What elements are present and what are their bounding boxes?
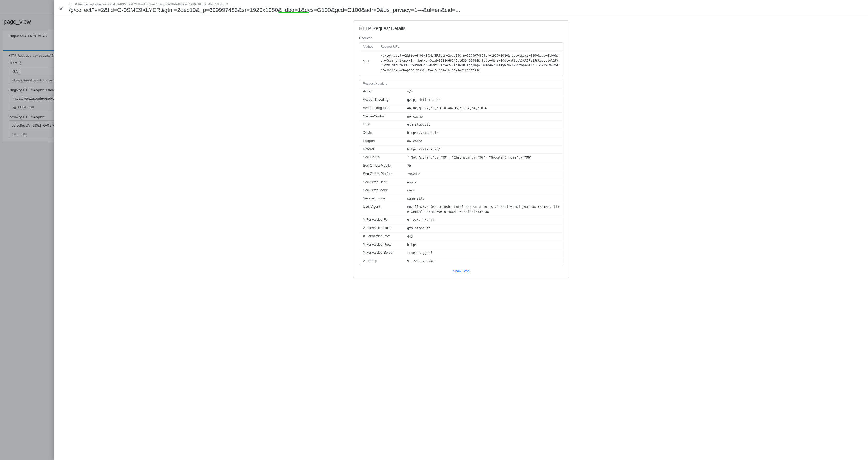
http-request-details-card: HTTP Request Details Request Method Requ…: [353, 21, 569, 278]
header-row: User-AgentMozilla/5.0 (Macintosh; Intel …: [359, 203, 563, 216]
header-value: traefik-jgnh5: [407, 251, 559, 255]
header-key: Origin: [363, 131, 407, 134]
header-key: Accept-Encoding: [363, 98, 407, 102]
request-table: Method Request URL GET /g/collect?v=2&ti…: [359, 42, 563, 76]
header-key: Pragma: [363, 139, 407, 143]
header-key: Accept-Language: [363, 106, 407, 110]
header-value: no-cache: [407, 114, 559, 119]
header-key: X-Forwarded-Server: [363, 251, 407, 254]
header-value: gtm.stape.io: [407, 122, 559, 127]
header-key: Sec-Fetch-Dest: [363, 180, 407, 184]
header-value: "macOS": [407, 172, 559, 177]
header-key: Host: [363, 122, 407, 126]
header-value: */*: [407, 89, 559, 94]
request-url: /g/collect?v=2&tid=G-0SME9XLYER&gtm=2oec…: [381, 53, 559, 72]
highlight-underline: [278, 12, 309, 13]
header-key: Sec-Ch-Ua-Mobile: [363, 163, 407, 167]
header-value: 91.225.123.248: [407, 218, 559, 223]
drawer-header: HTTP Request /g/collect?v=2&tid=G-0SME9X…: [55, 0, 868, 16]
drawer-title: /g/collect?v=2&tid=G-0SME9XLYER&gtm=2oec…: [69, 7, 865, 13]
header-row: X-Forwarded-Servertraefik-jgnh5: [359, 249, 563, 257]
header-value: Mozilla/5.0 (Macintosh; Intel Mac OS X 1…: [407, 205, 559, 215]
header-key: X-Forwarded-Host: [363, 226, 407, 230]
header-row: X-Forwarded-Hostgtm.stape.io: [359, 224, 563, 232]
header-row: Sec-Fetch-Destempty: [359, 178, 563, 187]
header-key: Sec-Ch-Ua-Platform: [363, 172, 407, 175]
header-value: https://stape.io/: [407, 147, 559, 152]
header-value: empty: [407, 180, 559, 185]
header-row: X-Forwarded-Port443: [359, 232, 563, 241]
headers-title: Request Headers: [359, 80, 563, 88]
header-key: Sec-Ch-Ua: [363, 155, 407, 159]
header-row: Accept*/*: [359, 88, 563, 96]
header-row: Pragmano-cache: [359, 137, 563, 145]
header-key: Sec-Fetch-Mode: [363, 188, 407, 192]
request-subhead: Request: [359, 36, 563, 40]
header-key: Sec-Fetch-Site: [363, 196, 407, 200]
header-row: Accept-Encodinggzip, deflate, br: [359, 96, 563, 104]
header-row: Sec-Fetch-Sitesame-site: [359, 195, 563, 203]
method-col-header: Method: [363, 45, 376, 48]
header-key: User-Agent: [363, 205, 407, 208]
drawer-body: HTTP Request Details Request Method Requ…: [55, 16, 868, 460]
header-row: X-Real-Ip91.225.123.248: [359, 257, 563, 265]
header-value: gzip, deflate, br: [407, 98, 559, 103]
url-col-header: Request URL: [381, 45, 399, 48]
header-row: Originhttps://stape.io: [359, 129, 563, 137]
show-less-button[interactable]: Show Less: [453, 269, 469, 273]
header-row: Sec-Ch-Ua" Not A;Brand";v="99", "Chromiu…: [359, 153, 563, 162]
header-row: Hostgtm.stape.io: [359, 121, 563, 129]
header-key: Accept: [363, 89, 407, 93]
header-row: X-Forwarded-Protohttps: [359, 241, 563, 249]
request-method: GET: [363, 53, 376, 72]
header-row: Sec-Ch-Ua-Platform"macOS": [359, 170, 563, 178]
header-row: Sec-Ch-Ua-Mobile?0: [359, 162, 563, 170]
header-value: ?0: [407, 163, 559, 168]
close-icon: [59, 6, 64, 11]
header-value: no-cache: [407, 139, 559, 144]
header-key: X-Forwarded-Proto: [363, 242, 407, 246]
card-title: HTTP Request Details: [359, 26, 563, 31]
header-row: X-Forwarded-For91.225.123.248: [359, 216, 563, 224]
header-key: X-Forwarded-Port: [363, 234, 407, 238]
request-headers-table: Request Headers Accept*/*Accept-Encoding…: [359, 79, 563, 265]
header-value: en,uk;q=0.9,ru;q=0.8,en-US;q=0.7,de;q=0.…: [407, 106, 559, 111]
header-value: gtm.stape.io: [407, 226, 559, 231]
header-value: https://stape.io: [407, 131, 559, 135]
header-value: 91.225.123.248: [407, 259, 559, 264]
header-key: Referer: [363, 147, 407, 151]
header-key: Cache-Control: [363, 114, 407, 118]
drawer-title-text: /g/collect?v=2&tid=G-0SME9XLYER&gtm=2oec…: [69, 7, 460, 13]
header-row: Accept-Languageen,uk;q=0.9,ru;q=0.8,en-U…: [359, 104, 563, 112]
close-button[interactable]: [58, 5, 65, 12]
header-value: cors: [407, 188, 559, 193]
header-value: 443: [407, 234, 559, 239]
header-row: Sec-Fetch-Modecors: [359, 186, 563, 195]
header-value: same-site: [407, 196, 559, 201]
drawer-subtitle: HTTP Request /g/collect?v=2&tid=G-0SME9X…: [69, 3, 865, 6]
header-value: " Not A;Brand";v="99", "Chromium";v="96"…: [407, 155, 559, 160]
header-row: Refererhttps://stape.io/: [359, 145, 563, 154]
header-key: X-Real-Ip: [363, 259, 407, 263]
header-row: Cache-Controlno-cache: [359, 112, 563, 121]
header-key: X-Forwarded-For: [363, 218, 407, 222]
header-value: https: [407, 242, 559, 248]
request-details-drawer: HTTP Request /g/collect?v=2&tid=G-0SME9X…: [55, 0, 868, 460]
